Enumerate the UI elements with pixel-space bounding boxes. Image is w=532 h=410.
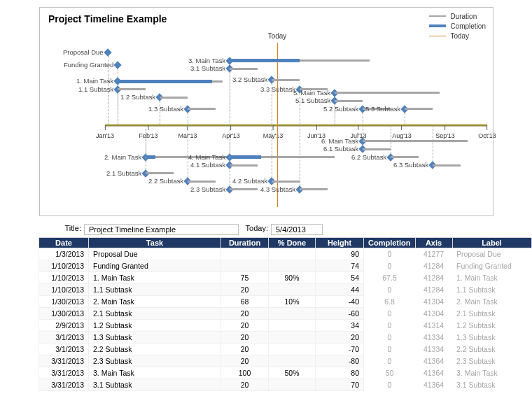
col-header[interactable]: Axis [415,238,452,248]
axis-tick: Sep'13 [435,125,455,139]
table-row[interactable]: 1/30/20132. Main Task6810%-406.8413042. … [39,296,532,308]
task-label: 4.1 Subtask [190,161,225,169]
task-completion-bar [118,80,212,83]
task-duration-bar [300,188,328,190]
col-header[interactable]: Label [452,238,531,248]
task-marker [113,62,121,69]
task-completion-bar [146,155,155,159]
table-row[interactable]: 3/1/20131.3 Subtask20200413341.3 Subtask [39,332,532,344]
task-completion-bar [230,155,261,159]
title-label: Title: [38,224,84,235]
task-duration-bar [188,108,216,110]
today-input[interactable]: 5/4/2013 [271,224,323,235]
task-label: 3.2 Subtask [232,76,267,83]
chart-plot-area: Jan'13Feb'13Mar'13Apr'13May'13Jun'13Jul'… [105,43,487,207]
task-label: 1. Main Task [76,77,113,85]
table-row[interactable]: 3/1/20132.2 Subtask20-700413342.2 Subtas… [39,344,532,355]
task-label: 6. Main Task [321,137,358,145]
task-duration-bar [160,97,188,99]
task-label: 6.3 Subtask [393,161,428,169]
task-completion-bar [230,59,300,62]
task-drop-line [230,69,230,125]
task-duration-bar [146,172,174,174]
col-header[interactable]: Height [316,238,364,248]
task-duration-bar [188,181,216,183]
table-row[interactable]: 2/9/20131.2 Subtask20340413141.2 Subtask [39,320,532,332]
title-input[interactable]: Project Timeline Example [84,224,239,235]
task-table[interactable]: DateTaskDuration% DoneHeightCompletionAx… [38,237,532,391]
task-label: 3. Main Task [188,57,225,64]
task-label: 2. Main Task [104,153,141,161]
legend-today: Today [450,32,469,40]
axis-tick: Feb'13 [139,125,158,139]
task-duration-bar [272,79,300,81]
col-header[interactable]: Task [89,238,221,248]
table-row[interactable]: 3/31/20132.3 Subtask20-800413642.3 Subta… [39,355,532,367]
chart-legend: Duration Completion Today [429,11,486,41]
axis-tick: Oct'13 [478,125,496,139]
task-label: 6.2 Subtask [351,153,386,161]
task-drop-line [146,125,146,174]
task-label: 3.1 Subtask [190,64,225,72]
today-label: Today: [239,224,271,235]
table-row[interactable]: 1/30/20132.1 Subtask20-600413042.1 Subta… [39,308,532,320]
task-duration-bar [118,88,146,90]
task-duration-bar [272,181,300,183]
task-label: 1.3 Subtask [148,105,183,113]
task-duration-bar [363,140,468,142]
today-line [277,43,278,207]
task-duration-bar [230,164,258,167]
task-marker [104,48,111,56]
table-row[interactable]: 3/31/20133.1 Subtask20700413643.1 Subtas… [39,379,532,391]
chart-title: Project Timeline Example [48,13,167,24]
task-label: 5.1 Subtask [295,97,330,104]
x-axis [105,124,487,126]
axis-tick: Aug'13 [392,125,412,139]
axis-tick: Jan'13 [96,125,114,139]
table-row[interactable]: 1/10/2013Funding Granted74041284Funding … [39,260,532,272]
task-label: 5. Main Task [293,89,330,97]
task-duration-bar [230,188,258,190]
task-drop-line [230,125,230,166]
task-label: 2.2 Subtask [148,177,183,185]
table-row[interactable]: 1/10/20131. Main Task7590%5467.5412841. … [39,272,532,284]
task-label: 4. Main Task [188,153,225,161]
task-label: 4.3 Subtask [260,185,295,193]
task-duration-bar [405,108,433,110]
table-row[interactable]: 1/10/20131.1 Subtask20440412841.1 Subtas… [39,284,532,296]
task-drop-line [391,125,391,157]
task-duration-bar [230,68,258,70]
task-drop-line [118,90,118,125]
task-label: Funding Granted [64,61,113,69]
today-label: Today [268,32,287,40]
task-label: 2.3 Subtask [190,185,225,193]
task-label: 1.2 Subtask [120,93,155,101]
task-duration-bar [363,148,391,150]
gantt-chart: Project Timeline Example Duration Comple… [39,7,493,216]
meta-row: Title: Project Timeline Example Today: 5… [38,224,323,235]
task-drop-line [300,125,300,190]
col-header[interactable]: Duration [221,238,269,248]
task-label: 2.1 Subtask [106,169,141,177]
col-header[interactable]: % Done [269,238,316,248]
task-drop-line [272,125,272,182]
col-header[interactable]: Date [39,238,89,248]
axis-tick: Apr'13 [222,125,240,139]
task-label: 1.1 Subtask [78,85,113,93]
table-row[interactable]: 3/31/20133. Main Task10050%8050413643. M… [39,367,532,379]
task-label: 4.2 Subtask [232,177,267,185]
task-duration-bar [433,164,461,167]
axis-tick: May'13 [263,125,284,139]
task-label: 5.3 Subtask [365,105,400,113]
task-duration-bar [391,156,419,158]
task-label: 6.1 Subtask [323,145,358,153]
task-label: Proposal Due [63,48,104,56]
legend-completion: Completion [450,22,486,30]
task-label: 5.2 Subtask [323,105,358,113]
task-duration-bar [335,100,363,102]
table-row[interactable]: 1/3/2013Proposal Due90041277Proposal Due [39,248,532,260]
col-header[interactable]: Completion [364,238,416,248]
task-label: 3.3 Subtask [260,85,295,93]
task-duration-bar [335,92,440,94]
task-drop-line [433,125,433,166]
